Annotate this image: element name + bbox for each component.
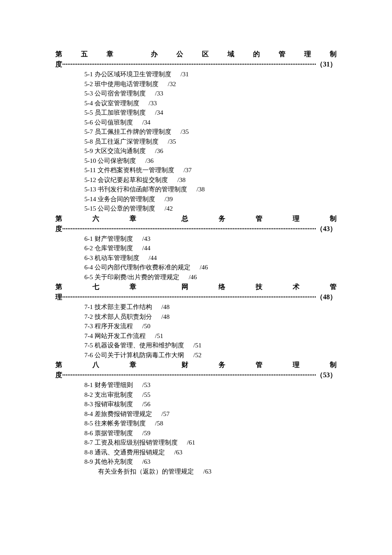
- toc-item-index: 8-7: [84, 439, 93, 446]
- toc-item-index: 5-11: [84, 167, 96, 173]
- toc-item-title: 员工往返广深管理制度: [95, 138, 159, 145]
- chapter-heading-char: 络: [219, 282, 225, 292]
- chapter-heading-tail: 理·······································…: [55, 292, 337, 302]
- toc-item-title: 往来帐务管理制度: [95, 420, 146, 427]
- toc-item-title: 机动车管理制度: [95, 254, 139, 261]
- toc-item: 5-11 文件档案资料统一管理制度/37: [55, 165, 337, 175]
- chapter-heading-char: 域: [228, 49, 234, 59]
- toc-item-index: 5-2: [84, 81, 93, 87]
- chapter-heading-tail: 度·······································…: [55, 370, 337, 380]
- toc-item-page: /51: [193, 342, 202, 349]
- chapter-heading-char: 总: [182, 214, 188, 224]
- chapter-page: （48）: [316, 292, 337, 302]
- toc-item-index: 5-4: [84, 100, 93, 107]
- toc-item-title: 工资及相应级别报销管理制度: [95, 439, 178, 446]
- chapter-heading-char: 六: [92, 214, 99, 224]
- chapter-page: （53）: [316, 370, 337, 380]
- toc-item-title: 票据管理制度: [95, 430, 133, 436]
- toc-item: 5-14 业务合同的管理制度/39: [55, 194, 337, 204]
- toc-item-page: /46: [200, 264, 208, 271]
- toc-item-page: /39: [164, 196, 173, 202]
- chapter-heading-char: 管: [256, 214, 262, 224]
- toc-item-page: /35: [181, 128, 189, 135]
- toc-item-index: 5-10: [84, 157, 96, 164]
- toc-item-index: 7-5: [84, 342, 93, 349]
- toc-item: 5-3 公司宿舍管理制度/33: [55, 89, 337, 98]
- chapter-heading: 第七章网络技术管: [55, 282, 337, 292]
- toc-item-index: 8-5: [84, 420, 93, 427]
- toc-item-page: /34: [155, 109, 163, 116]
- toc-item-title: 关于印刷费/出片费的管理规定: [95, 274, 179, 280]
- toc-item-page: /63: [203, 468, 211, 475]
- toc-item: 8-7 工资及相应级别报销管理制度/61: [55, 438, 337, 448]
- toc-item: 8-3 报销审核制度/56: [55, 399, 337, 409]
- toc-item-index: 8-3: [84, 401, 93, 408]
- toc-item-index: 5-6: [84, 119, 93, 126]
- toc-item: 5-9 大区交流沟通制度/36: [55, 146, 337, 156]
- toc-item-page: /53: [142, 382, 150, 388]
- toc-item-title: 办公区域环境卫生管理制度: [95, 71, 171, 78]
- toc-item-title: 程序开发流程: [95, 323, 133, 330]
- toc-item: 7-4 网站开发工作流程/51: [55, 331, 337, 341]
- toc-item-title: 报销审核制度: [95, 401, 133, 408]
- toc-item-index: 5-5: [84, 109, 93, 116]
- toc-item-title: 会议室管理制度: [95, 100, 139, 107]
- toc-item: 8-2 支出审批制度/55: [55, 390, 337, 400]
- toc-item-index: 7-4: [84, 332, 93, 339]
- chapter-heading-char: 八: [92, 360, 99, 370]
- toc-item: 7-5 机器设备管理、使用和维护制度/51: [55, 341, 337, 350]
- toc-item-title: 文件档案资料统一管理制度: [98, 167, 174, 173]
- toc-item-page: /63: [174, 449, 182, 456]
- chapter-heading-char: 管: [279, 49, 285, 59]
- toc-item: 8-9 其他补充制度/63: [55, 457, 337, 467]
- chapter-heading-char: 理: [293, 360, 300, 370]
- chapter-heading-char: 五: [81, 49, 88, 59]
- toc-item-title: 支出审批制度: [95, 391, 133, 398]
- toc-item-page: /38: [177, 176, 185, 183]
- toc-item-page: /43: [142, 235, 150, 242]
- toc-item: 6-1 财产管理制度/43: [55, 234, 337, 244]
- chapter-heading-char: 制: [330, 360, 337, 370]
- toc-item: 8-6 票据管理制度/59: [55, 428, 337, 438]
- toc-item-index: 5-3: [84, 90, 93, 97]
- toc-item: 8-5 往来帐务管理制度/58: [55, 419, 337, 428]
- chapter-heading-tail: 度·······································…: [55, 59, 337, 69]
- toc-item-title: 员工加班管理制度: [95, 109, 146, 116]
- chapter-heading-char: 务: [219, 360, 225, 370]
- chapter-heading-char: 财: [182, 360, 188, 370]
- toc-item-page: /38: [196, 186, 205, 193]
- toc-item-page: /55: [142, 391, 150, 398]
- chapter-heading-char: 第: [55, 214, 62, 224]
- toc-item-title: 网站开发工作流程: [95, 332, 146, 339]
- chapter-heading: 第六章总务管理制: [55, 214, 337, 224]
- toc-item: 8-1 财务管理细则/53: [55, 380, 337, 390]
- toc-item-index: 7-3: [84, 323, 93, 330]
- toc-item-index: 7-1: [84, 304, 93, 310]
- toc-item-index: 8-6: [84, 430, 93, 436]
- toc-item-index: 5-7: [84, 128, 93, 135]
- toc-item-index: 8-2: [84, 391, 93, 398]
- chapter-heading-char: 理: [293, 214, 300, 224]
- toc-item-index: 8-9: [84, 458, 93, 465]
- toc-item-index: 5-8: [84, 138, 93, 145]
- toc-item-index: 6-3: [84, 254, 93, 261]
- toc-item-title: 仓库管理制度: [95, 245, 133, 251]
- chapter-heading-char: 章: [107, 49, 113, 59]
- toc-item-page: /36: [145, 157, 153, 164]
- dot-leader: ········································…: [62, 59, 316, 69]
- chapter-heading-char: 网: [182, 282, 188, 292]
- toc-item-title: 有关业务折扣（返款）的管理规定: [98, 468, 194, 475]
- toc-item-index: 7-2: [84, 313, 93, 320]
- toc-item: 5-10 公司保密制度/36: [55, 156, 337, 166]
- chapter-heading-char: 公: [176, 49, 183, 59]
- toc-item-index: 6-5: [84, 274, 93, 280]
- chapter-heading-char: 度: [55, 59, 62, 69]
- chapter-heading-char: 制: [330, 214, 337, 224]
- toc-item-page: /57: [161, 410, 170, 417]
- toc-item-page: /42: [164, 205, 173, 212]
- chapter-heading: 第五章办公区域的管理制: [55, 49, 337, 59]
- chapter-heading-char: 技: [256, 282, 262, 292]
- toc-item: 5-1 办公区域环境卫生管理制度/31: [55, 69, 337, 79]
- toc-item-title: 大区交流沟通制度: [95, 147, 146, 154]
- chapter-heading-char: 章: [130, 282, 136, 292]
